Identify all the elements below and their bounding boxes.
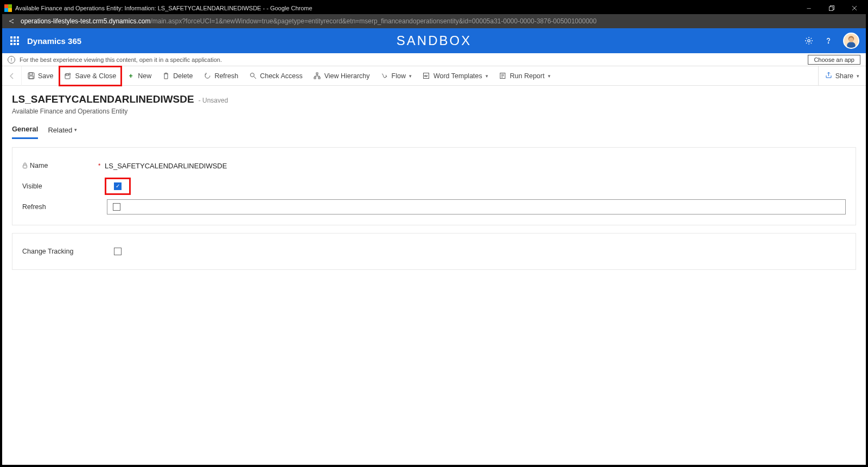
save-button[interactable]: Save — [22, 66, 59, 86]
window-minimize-button[interactable]: ─ — [797, 2, 820, 14]
run-report-label: Run Report — [510, 72, 545, 80]
share-label: Share — [835, 72, 853, 80]
form-section-general: Name * LS_SAFETYCALENDARLINEDIWSDE Visib… — [12, 147, 856, 225]
chevron-down-icon: ▾ — [486, 73, 488, 79]
browser-url-bar[interactable]: operations-lifestyles-test.crm5.dynamics… — [2, 14, 866, 28]
delete-label: Delete — [173, 72, 193, 80]
refresh-label: Refresh — [214, 72, 238, 80]
trash-icon — [162, 72, 170, 80]
check-access-label: Check Access — [260, 72, 303, 80]
save-close-button[interactable]: Save & Close — [59, 66, 122, 86]
svg-rect-29 — [23, 165, 27, 168]
svg-rect-21 — [316, 73, 318, 74]
plus-icon: + — [127, 72, 135, 80]
command-bar: Save Save & Close + New Delete Refresh C… — [2, 66, 866, 86]
svg-rect-12 — [847, 42, 856, 48]
svg-line-8 — [10, 21, 13, 23]
record-subtitle: Available Finance and Operations Entity — [12, 108, 856, 115]
tab-related[interactable]: Related ▾ — [48, 123, 77, 139]
svg-point-19 — [250, 73, 254, 77]
info-text: For the best experience viewing this con… — [20, 56, 222, 63]
change-tracking-label: Change Tracking — [22, 248, 74, 255]
url-path: /main.aspx?forceUCI=1&newWindow=true&pag… — [150, 17, 596, 25]
required-marker: * — [98, 162, 105, 169]
app-name[interactable]: Dynamics 365 — [27, 36, 81, 46]
svg-point-13 — [849, 37, 854, 42]
info-bar: ! For the best experience viewing this c… — [2, 53, 866, 66]
name-label: Name — [30, 162, 48, 169]
delete-button[interactable]: Delete — [157, 66, 198, 86]
save-label: Save — [38, 72, 54, 80]
waffle-icon — [10, 36, 19, 45]
visible-checkbox[interactable]: ✓ — [114, 182, 122, 190]
browser-titlebar: Available Finance and Operations Entity:… — [2, 2, 866, 14]
record-title: LS_SAFETYCALENDARLINEDIWSDE — [12, 93, 194, 105]
flow-button[interactable]: Flow ▾ — [375, 66, 417, 86]
tab-related-label: Related — [48, 126, 72, 134]
refresh-button[interactable]: Refresh — [198, 66, 244, 86]
back-button[interactable] — [2, 66, 22, 86]
flow-label: Flow — [392, 72, 406, 80]
choose-app-button[interactable]: Choose an app — [808, 55, 860, 65]
svg-rect-15 — [29, 73, 33, 75]
save-close-label: Save & Close — [75, 72, 117, 80]
svg-rect-22 — [314, 77, 316, 79]
new-button[interactable]: + New — [122, 66, 157, 86]
save-icon — [27, 72, 35, 80]
record-status: - Unsaved — [199, 97, 228, 104]
hierarchy-icon — [314, 72, 321, 80]
lock-icon — [22, 162, 28, 169]
svg-line-7 — [10, 20, 13, 21]
refresh-icon — [203, 72, 211, 80]
info-icon: ! — [8, 56, 15, 64]
app-header: Dynamics 365 SANDBOX — [2, 28, 866, 53]
view-hierarchy-label: View Hierarchy — [324, 72, 370, 80]
tab-list: General Related ▾ — [12, 123, 856, 140]
change-tracking-checkbox[interactable] — [114, 248, 122, 255]
app-launcher-button[interactable] — [2, 28, 27, 53]
chevron-down-icon: ▾ — [409, 73, 412, 79]
user-avatar[interactable] — [843, 33, 859, 49]
share-button[interactable]: Share ▾ — [818, 66, 866, 86]
url-host: operations-lifestyles-test.crm5.dynamics… — [21, 17, 150, 25]
window-maximize-button[interactable] — [820, 2, 843, 14]
svg-rect-1 — [829, 7, 833, 11]
view-hierarchy-button[interactable]: View Hierarchy — [308, 66, 375, 86]
browser-tab-title: Available Finance and Operations Entity:… — [15, 5, 312, 11]
window-close-button[interactable] — [843, 2, 866, 14]
svg-rect-18 — [66, 74, 69, 75]
windows-logo-icon — [4, 4, 12, 12]
svg-rect-23 — [318, 77, 320, 79]
check-access-button[interactable]: Check Access — [244, 66, 308, 86]
share-icon — [825, 72, 832, 80]
word-icon — [423, 72, 430, 80]
word-templates-label: Word Templates — [433, 72, 482, 80]
run-report-button[interactable]: Run Report ▾ — [494, 66, 556, 86]
visible-label: Visible — [22, 182, 42, 190]
svg-point-10 — [828, 42, 828, 43]
chevron-down-icon: ▾ — [548, 73, 551, 79]
visible-checkbox-wrap: ✓ — [105, 178, 131, 195]
help-icon[interactable] — [824, 36, 833, 46]
name-value: LS_SAFETYCALENDARLINEDIWSDE — [105, 162, 227, 170]
svg-point-9 — [808, 40, 810, 42]
svg-line-20 — [254, 77, 256, 79]
check-access-icon — [249, 72, 257, 80]
url-text: operations-lifestyles-test.crm5.dynamics… — [21, 17, 597, 25]
new-label: New — [138, 72, 151, 80]
page-body: LS_SAFETYCALENDARLINEDIWSDE - Unsaved Av… — [2, 86, 866, 465]
form-section-tracking: Change Tracking — [12, 233, 856, 270]
word-templates-button[interactable]: Word Templates ▾ — [417, 66, 494, 86]
tab-general[interactable]: General — [12, 123, 38, 139]
report-icon — [499, 72, 507, 80]
site-identity-icon[interactable] — [8, 17, 15, 25]
flow-icon — [381, 72, 388, 80]
save-close-icon — [65, 72, 72, 80]
refresh-field-container[interactable] — [107, 199, 846, 214]
chevron-down-icon: ▾ — [74, 127, 77, 132]
environment-label: SANDBOX — [397, 33, 471, 48]
gear-icon[interactable] — [804, 36, 814, 46]
refresh-checkbox[interactable] — [113, 203, 120, 211]
refresh-field-label: Refresh — [22, 203, 46, 211]
chevron-down-icon: ▾ — [857, 73, 859, 79]
